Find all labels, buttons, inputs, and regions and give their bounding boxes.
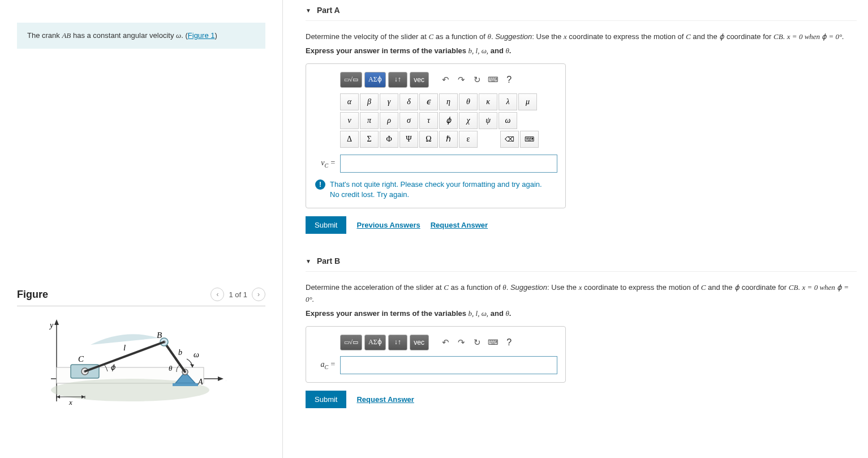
svg-marker-21 [57, 395, 60, 399]
part-a-submit-button[interactable]: Submit [306, 216, 346, 234]
part-a-instruction: Express your answer in terms of the vari… [306, 46, 857, 55]
reset-icon[interactable]: ↻ [471, 72, 484, 88]
templates-button[interactable]: ▭√▭ [340, 335, 362, 350]
vec-button[interactable]: vec [410, 72, 429, 88]
figure-viewport[interactable]: y x C A [17, 311, 265, 458]
greek-ε-button[interactable]: ε [459, 131, 478, 148]
part-a-answer-input[interactable] [340, 155, 557, 173]
mechanism-diagram: y x C A [17, 311, 226, 424]
label-l: l [123, 343, 126, 352]
greek-π-button[interactable]: π [360, 112, 379, 129]
greek-κ-button[interactable]: κ [479, 93, 497, 110]
part-a-answer-box: ▭√▭ ΑΣϕ ↓↑ vec ↶ ↷ ↻ ⌨ ? αβγδϵηθκλμ νπρσ… [306, 63, 566, 208]
keyboard-toggle-button[interactable]: ⌨ [520, 131, 539, 148]
vec-button[interactable]: vec [410, 335, 429, 350]
greek-β-button[interactable]: β [360, 93, 379, 110]
pager-text: 1 of 1 [229, 290, 247, 299]
part-b-submit-button[interactable]: Submit [306, 391, 346, 408]
greek-η-button[interactable]: η [439, 93, 458, 110]
x-axis-label: x [226, 374, 226, 383]
greek-Φ-button[interactable]: Φ [380, 131, 398, 148]
greek-γ-button[interactable]: γ [380, 93, 398, 110]
figure-link[interactable]: Figure 1 [188, 31, 215, 40]
keyboard-icon[interactable]: ⌨ [487, 72, 500, 88]
greek-ℏ-button[interactable]: ℏ [439, 131, 458, 148]
greek-θ-button[interactable]: θ [459, 93, 478, 110]
undo-icon[interactable]: ↶ [439, 72, 453, 88]
keyboard-icon[interactable]: ⌨ [487, 335, 500, 350]
svg-marker-3 [218, 376, 224, 381]
greek-Ω-button[interactable]: Ω [419, 131, 438, 148]
greek-τ-button[interactable]: τ [419, 112, 438, 129]
label-omega: ω [194, 350, 199, 359]
problem-text: The crank [27, 31, 62, 40]
part-a-title: Part A [317, 6, 340, 15]
greek-ϵ-button[interactable]: ϵ [419, 93, 438, 110]
greek-ϕ-button[interactable]: ϕ [439, 112, 458, 129]
svg-marker-17 [190, 364, 194, 367]
greek-ν-button[interactable]: ν [340, 112, 359, 129]
greek-ω-button[interactable]: ω [499, 112, 517, 129]
ac-label: aC = [314, 360, 336, 370]
part-b-question: Determine the acceleration of the slider… [306, 282, 857, 306]
equation-toolbar-b: ▭√▭ ΑΣϕ ↓↑ vec ↶ ↷ ↻ ⌨ ? [340, 335, 557, 350]
part-b-header[interactable]: ▼ Part B [306, 251, 857, 272]
figure-title: Figure [17, 289, 48, 301]
greek-ψ-button[interactable]: ψ [479, 112, 497, 129]
subscript-button[interactable]: ↓↑ [388, 72, 407, 88]
svg-rect-10 [173, 383, 198, 386]
greek-α-button[interactable]: α [340, 93, 359, 110]
label-C: C [78, 354, 84, 363]
label-theta: θ [169, 364, 173, 373]
caret-down-icon: ▼ [306, 7, 311, 14]
greek-button[interactable]: ΑΣϕ [364, 335, 386, 350]
svg-marker-1 [54, 319, 59, 325]
greek-panel: αβγδϵηθκλμ νπρστϕχψω ΔΣΦΨΩℏε⌫⌨ [340, 93, 557, 148]
y-axis-label: y [49, 321, 54, 329]
feedback-message: ! That's not quite right. Please check y… [314, 179, 557, 200]
label-A: A [197, 378, 203, 386]
equation-toolbar: ▭√▭ ΑΣϕ ↓↑ vec ↶ ↷ ↻ ⌨ ? [340, 72, 557, 88]
redo-icon[interactable]: ↷ [455, 335, 469, 350]
var-omega: ω [176, 31, 181, 40]
label-b: b [178, 348, 182, 357]
label-B: B [157, 331, 162, 340]
redo-icon[interactable]: ↷ [455, 72, 469, 88]
info-icon: ! [315, 179, 325, 190]
vc-label: vC = [314, 159, 336, 169]
var-AB: AB [62, 31, 71, 40]
help-icon[interactable]: ? [502, 335, 516, 350]
problem-statement: The crank AB has a constant angular velo… [17, 23, 265, 49]
pager-next-button[interactable]: › [252, 288, 265, 301]
greek-button[interactable]: ΑΣϕ [364, 72, 386, 88]
part-b-instruction: Express your answer in terms of the vari… [306, 309, 857, 318]
backspace-button[interactable]: ⌫ [500, 131, 519, 148]
reset-icon[interactable]: ↻ [471, 335, 484, 350]
subscript-button[interactable]: ↓↑ [388, 335, 407, 350]
label-x-dim: x [68, 398, 72, 406]
greek-χ-button[interactable]: χ [459, 112, 478, 129]
request-answer-link-b[interactable]: Request Answer [356, 395, 414, 404]
part-b-answer-box: ▭√▭ ΑΣϕ ↓↑ vec ↶ ↷ ↻ ⌨ ? aC = [306, 326, 566, 383]
part-a-header[interactable]: ▼ Part A [306, 0, 857, 21]
caret-down-icon: ▼ [306, 258, 311, 264]
greek-δ-button[interactable]: δ [399, 93, 418, 110]
greek-ρ-button[interactable]: ρ [380, 112, 398, 129]
help-icon[interactable]: ? [502, 72, 516, 88]
greek-σ-button[interactable]: σ [399, 112, 418, 129]
greek-λ-button[interactable]: λ [499, 93, 517, 110]
part-b-answer-input[interactable] [340, 356, 557, 374]
greek-Σ-button[interactable]: Σ [360, 131, 379, 148]
figure-pager: ‹ 1 of 1 › [210, 288, 265, 301]
undo-icon[interactable]: ↶ [439, 335, 453, 350]
request-answer-link[interactable]: Request Answer [431, 221, 488, 229]
greek-Δ-button[interactable]: Δ [340, 131, 359, 148]
greek-μ-button[interactable]: μ [518, 93, 537, 110]
part-a-question: Determine the velocity of the slider at … [306, 31, 857, 43]
templates-button[interactable]: ▭√▭ [340, 72, 362, 88]
label-phi: ϕ [110, 363, 116, 371]
part-b-title: Part B [317, 256, 340, 266]
previous-answers-link[interactable]: Previous Answers [356, 221, 420, 229]
pager-prev-button[interactable]: ‹ [210, 288, 224, 301]
greek-Ψ-button[interactable]: Ψ [399, 131, 418, 148]
